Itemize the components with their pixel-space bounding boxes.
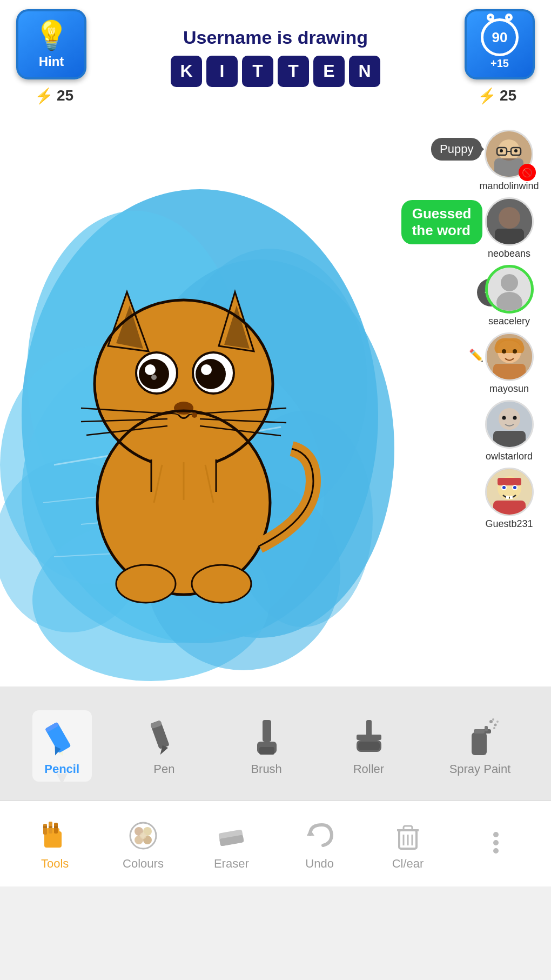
svg-rect-121 <box>404 826 412 830</box>
tool-pen[interactable]: Pen <box>135 710 194 782</box>
spray-label: Spray Paint <box>449 762 511 776</box>
nav-more[interactable] <box>452 824 540 864</box>
pencil-icon <box>41 716 84 759</box>
svg-rect-61 <box>493 364 526 379</box>
colours-nav-label: Colours <box>123 857 164 871</box>
word-tile-1: I <box>206 56 238 87</box>
svg-rect-72 <box>498 478 521 485</box>
svg-point-39 <box>116 565 176 603</box>
undo-nav-label: Undo <box>305 857 334 871</box>
mute-badge: 🚫 <box>519 164 536 181</box>
svg-point-27 <box>151 375 157 380</box>
roller-label: Roller <box>353 762 384 776</box>
tools-nav-label: Tools <box>41 857 69 871</box>
nav-clear[interactable]: Cl/ear <box>364 817 452 871</box>
eraser-nav-label: Eraser <box>214 857 249 871</box>
spray-icon <box>458 716 501 759</box>
lightning-count-left: 25 <box>57 87 73 104</box>
pencil-badge: ✏️ <box>469 349 483 363</box>
svg-rect-90 <box>357 735 381 740</box>
clear-icon <box>389 817 427 855</box>
hint-label: Hint <box>39 54 64 69</box>
svg-rect-66 <box>493 431 526 447</box>
svg-rect-101 <box>474 729 485 734</box>
brush-label: Brush <box>251 762 281 776</box>
player-name: Guestb231 <box>485 518 533 530</box>
player-item: ✏️ m <box>485 332 534 395</box>
svg-rect-88 <box>259 747 274 755</box>
player-avatar <box>485 332 534 381</box>
svg-point-23 <box>139 359 169 389</box>
svg-rect-93 <box>472 732 487 755</box>
svg-point-126 <box>493 840 499 845</box>
speech-bubble: Puppy <box>431 138 482 161</box>
player-avatar <box>485 400 534 449</box>
more-icon <box>477 824 515 862</box>
svg-rect-86 <box>263 720 271 742</box>
tool-roller[interactable]: Roller <box>339 710 398 782</box>
timer-circle: 90 <box>481 18 519 56</box>
svg-point-44 <box>192 412 197 418</box>
player-item: Guestb231 <box>485 468 534 530</box>
word-tile-5: N <box>349 56 380 87</box>
word-tiles: K I T T E N <box>97 56 454 87</box>
nav-eraser[interactable]: Eraser <box>187 817 276 871</box>
eraser-icon <box>212 817 250 855</box>
player-item: Guessed the word +8 neobeans <box>485 197 534 259</box>
hint-button[interactable]: 💡 Hint <box>16 9 86 79</box>
timer-ear-right <box>505 14 513 21</box>
bulb-icon: 💡 <box>34 19 69 52</box>
tool-brush[interactable]: Brush <box>237 710 296 782</box>
timer-ears <box>483 14 516 21</box>
svg-point-26 <box>201 364 212 375</box>
svg-rect-95 <box>485 726 488 731</box>
svg-point-52 <box>514 149 518 152</box>
word-tile-4: E <box>313 56 345 87</box>
svg-point-96 <box>489 720 493 723</box>
tools-bar: Pencil Pen Brush <box>0 686 551 800</box>
svg-point-125 <box>493 832 499 837</box>
lightning-left: ⚡ 25 <box>35 87 73 105</box>
nav-tools[interactable]: Tools <box>11 817 99 871</box>
timer-number: 90 <box>492 29 508 46</box>
canvas-area[interactable]: Puppy <box>0 114 551 686</box>
svg-rect-78 <box>510 496 513 499</box>
players-sidebar: Puppy <box>467 114 551 686</box>
svg-point-62 <box>502 349 506 354</box>
timer-button[interactable]: 90 +15 <box>465 9 535 79</box>
player-name: mayosun <box>489 383 529 395</box>
svg-point-99 <box>496 721 499 723</box>
svg-point-54 <box>499 207 520 229</box>
tool-spray[interactable]: Spray Paint <box>441 710 519 782</box>
tool-pencil[interactable]: Pencil <box>32 710 92 782</box>
svg-point-40 <box>192 565 251 603</box>
svg-point-28 <box>174 402 193 415</box>
svg-point-100 <box>493 727 495 729</box>
player-name: owlstarlord <box>486 451 533 462</box>
svg-point-75 <box>502 486 506 489</box>
pencil-label: Pencil <box>44 762 79 776</box>
pen-label: Pen <box>153 762 174 776</box>
svg-point-63 <box>513 349 517 354</box>
svg-point-127 <box>493 848 499 854</box>
player-name: seacelery <box>488 316 530 327</box>
svg-rect-104 <box>43 824 47 835</box>
word-tile-0: K <box>171 56 202 87</box>
svg-point-51 <box>500 149 503 152</box>
lightning-right: ⚡ 25 <box>478 87 516 105</box>
svg-rect-106 <box>54 823 58 834</box>
lightning-count-right: 25 <box>500 87 516 104</box>
header-center: Username is drawing K I T T E N <box>86 27 465 87</box>
nav-colours[interactable]: Colours <box>99 817 187 871</box>
bolt-icon-right: ⚡ <box>478 87 496 105</box>
svg-point-115 <box>140 832 146 839</box>
nav-undo[interactable]: Undo <box>276 817 364 871</box>
svg-rect-77 <box>506 496 509 499</box>
svg-point-24 <box>196 359 226 389</box>
guessed-badge: Guessed the word <box>401 200 482 244</box>
player-avatar <box>485 265 534 314</box>
clear-nav-label: Cl/ear <box>392 857 424 871</box>
bolt-icon-left: ⚡ <box>35 87 53 105</box>
word-tile-2: T <box>242 56 273 87</box>
player-avatar <box>485 468 534 516</box>
